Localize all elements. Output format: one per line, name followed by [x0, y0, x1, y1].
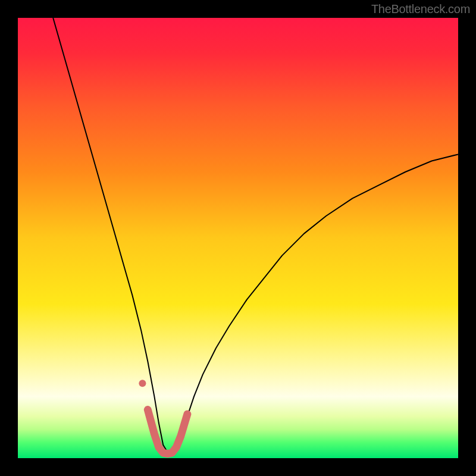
chart-svg — [18, 18, 458, 458]
marker-layer — [139, 380, 146, 387]
chart-frame: TheBottleneck.com — [0, 0, 476, 476]
plot-area — [18, 18, 458, 458]
attribution-text: TheBottleneck.com — [371, 2, 470, 16]
highlight-dot — [139, 380, 146, 387]
gradient-background — [18, 18, 458, 458]
